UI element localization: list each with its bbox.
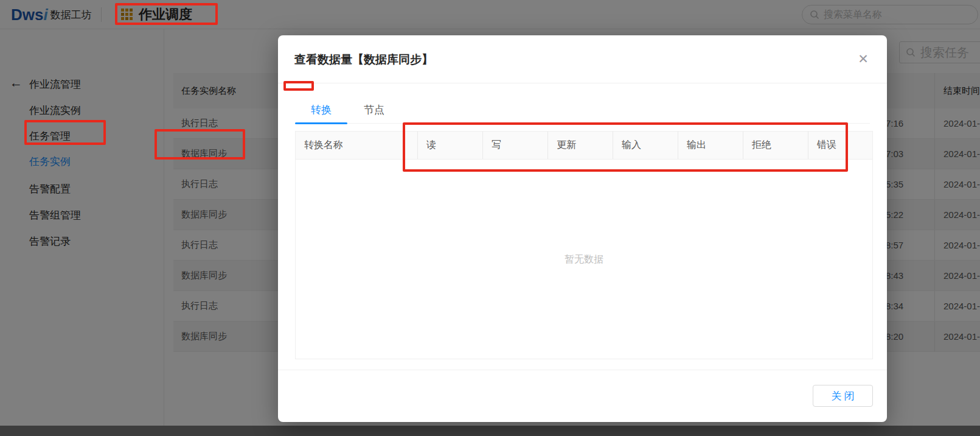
screenshot-stage: Dwsi 数据工坊 作业调度 ← 作业流管理 作业流实例 任务管理 — [0, 0, 980, 436]
tab-transform[interactable]: 转换 — [295, 96, 347, 123]
close-icon[interactable]: ✕ — [854, 50, 872, 68]
empty-state: 暂无数据 — [296, 160, 872, 359]
close-button[interactable]: 关 闭 — [813, 385, 873, 407]
modal-footer-divider — [278, 370, 887, 370]
annotation-box-db-sync-row — [155, 129, 245, 160]
modal-title: 查看数据量【数据库同步】 — [294, 52, 433, 68]
data-volume-modal: 查看数据量【数据库同步】 ✕ 转换 节点 转换名称 读 写 更新 输入 输出 拒… — [278, 35, 887, 422]
column-header-transform-name: 转换名称 — [296, 132, 418, 159]
tab-node[interactable]: 节点 — [348, 96, 400, 123]
empty-state-text: 暂无数据 — [565, 253, 603, 266]
modal-header: 查看数据量【数据库同步】 ✕ — [278, 35, 887, 83]
annotation-box-task-instance — [24, 120, 106, 145]
annotation-box-app-title — [115, 3, 218, 25]
modal-tab-bar: 转换 节点 — [295, 96, 870, 124]
annotation-box-metric-columns — [403, 122, 848, 172]
annotation-box-small-marker — [283, 81, 314, 91]
